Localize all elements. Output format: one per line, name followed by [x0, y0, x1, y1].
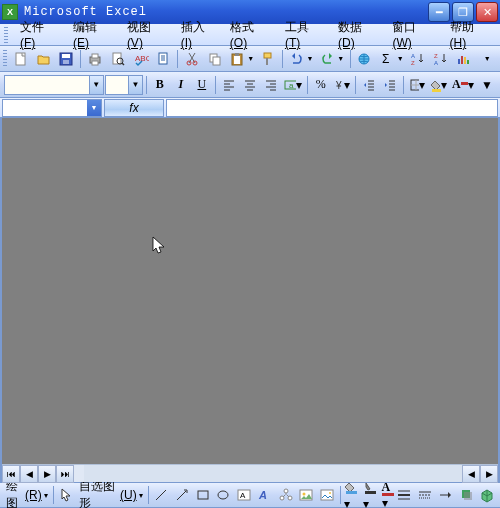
- hscroll-right-icon[interactable]: ▶: [480, 465, 498, 483]
- wordart-icon[interactable]: A: [255, 484, 275, 506]
- drawing-toolbar: 绘图(R)▾ 自选图形(U)▾ A A ▾ ▾ A▾: [0, 482, 500, 508]
- underline-button[interactable]: U: [192, 75, 212, 95]
- font-size-dropdown-icon[interactable]: ▼: [128, 76, 142, 94]
- align-right-icon[interactable]: [261, 75, 281, 95]
- menu-help[interactable]: 帮助(H): [444, 17, 496, 52]
- fmtbar-options-icon[interactable]: ▼: [477, 75, 497, 95]
- new-doc-icon[interactable]: [10, 48, 32, 70]
- formula-input[interactable]: [166, 99, 498, 117]
- formatting-toolbar: ▼ ▼ B I U a▾ % ¥▾ ▾ ▾ A▾ ▼: [0, 72, 500, 98]
- svg-text:A: A: [411, 53, 415, 59]
- svg-point-46: [303, 493, 306, 496]
- hyperlink-icon[interactable]: [354, 48, 376, 70]
- research-icon[interactable]: [153, 48, 175, 70]
- percent-button[interactable]: %: [311, 75, 331, 95]
- fill-color-draw-icon[interactable]: ▾: [344, 480, 362, 509]
- prev-sheet-icon[interactable]: ◀: [20, 465, 38, 483]
- textbox-icon[interactable]: A: [234, 484, 254, 506]
- menu-window[interactable]: 窗口(W): [386, 17, 441, 52]
- chart-wizard-icon[interactable]: [453, 48, 475, 70]
- 3d-style-icon[interactable]: [477, 484, 497, 506]
- hscroll-left-icon[interactable]: ◀: [462, 465, 480, 483]
- next-sheet-icon[interactable]: ▶: [38, 465, 56, 483]
- name-box-dropdown-icon[interactable]: ▼: [87, 100, 101, 116]
- menu-file[interactable]: 文件(F): [14, 17, 65, 52]
- line-icon[interactable]: [152, 484, 172, 506]
- menu-format[interactable]: 格式(O): [224, 17, 277, 52]
- italic-button[interactable]: I: [171, 75, 191, 95]
- svg-point-38: [218, 491, 228, 499]
- font-name-dropdown-icon[interactable]: ▼: [89, 76, 103, 94]
- toolbar-options-icon[interactable]: ▼: [475, 48, 497, 70]
- oval-icon[interactable]: [214, 484, 234, 506]
- borders-icon[interactable]: ▾: [407, 75, 428, 95]
- fx-button[interactable]: fx: [104, 99, 164, 117]
- svg-rect-15: [213, 57, 220, 65]
- sort-asc-icon[interactable]: AZ: [407, 48, 429, 70]
- align-center-icon[interactable]: [240, 75, 260, 95]
- rectangle-icon[interactable]: [193, 484, 213, 506]
- increase-indent-icon[interactable]: [380, 75, 400, 95]
- menu-bar: 文件(F) 编辑(E) 视图(V) 插入(I) 格式(O) 工具(T) 数据(D…: [0, 24, 500, 46]
- copy-icon[interactable]: [204, 48, 226, 70]
- redo-icon[interactable]: ▼: [317, 48, 347, 70]
- undo-icon[interactable]: ▼: [286, 48, 316, 70]
- merge-center-icon[interactable]: a▾: [282, 75, 304, 95]
- font-color-icon[interactable]: A▾: [450, 75, 476, 95]
- svg-point-48: [329, 492, 331, 494]
- svg-text:A: A: [240, 491, 246, 500]
- line-color-icon[interactable]: ▾: [363, 480, 381, 509]
- toolbar-grip[interactable]: [3, 50, 7, 68]
- font-size-combo[interactable]: ▼: [105, 75, 143, 95]
- font-name-combo[interactable]: ▼: [4, 75, 104, 95]
- name-box[interactable]: ▼: [2, 99, 102, 117]
- menu-data[interactable]: 数据(D): [332, 17, 384, 52]
- svg-line-9: [122, 63, 124, 65]
- sort-desc-icon[interactable]: ZA: [430, 48, 452, 70]
- print-icon[interactable]: [84, 48, 106, 70]
- dash-style-icon[interactable]: [415, 484, 435, 506]
- svg-rect-19: [264, 53, 271, 58]
- svg-rect-27: [461, 56, 463, 64]
- font-color-draw-icon[interactable]: A▾: [382, 480, 394, 508]
- select-objects-icon[interactable]: [57, 484, 77, 506]
- first-sheet-icon[interactable]: ⏮: [2, 465, 20, 483]
- svg-rect-37: [198, 491, 208, 499]
- autosum-icon[interactable]: Σ▼: [376, 48, 406, 70]
- svg-line-35: [156, 490, 166, 500]
- spelling-icon[interactable]: ABC: [130, 48, 152, 70]
- menubar-grip[interactable]: [4, 27, 8, 43]
- last-sheet-icon[interactable]: ⏭: [56, 465, 74, 483]
- menu-edit[interactable]: 编辑(E): [67, 17, 119, 52]
- align-left-icon[interactable]: [219, 75, 239, 95]
- mouse-cursor-icon: [152, 236, 168, 260]
- bold-button[interactable]: B: [150, 75, 170, 95]
- fill-color-icon[interactable]: ▾: [428, 75, 449, 95]
- insert-picture-icon[interactable]: [317, 484, 337, 506]
- diagram-icon[interactable]: [276, 484, 296, 506]
- line-style-icon[interactable]: [395, 484, 415, 506]
- arrow-icon[interactable]: [172, 484, 192, 506]
- paste-icon[interactable]: ▼: [227, 48, 257, 70]
- cut-icon[interactable]: [181, 48, 203, 70]
- menu-view[interactable]: 视图(V): [121, 17, 173, 52]
- autoshapes-button[interactable]: 自选图形(U)▾: [77, 478, 144, 508]
- save-icon[interactable]: [55, 48, 77, 70]
- arrow-style-icon[interactable]: [436, 484, 456, 506]
- open-icon[interactable]: [33, 48, 55, 70]
- standard-toolbar: ABC ▼ ▼ ▼ Σ▼ AZ ZA ▼: [0, 46, 500, 72]
- svg-rect-34: [432, 89, 441, 92]
- svg-text:A: A: [258, 489, 267, 501]
- svg-rect-6: [92, 61, 98, 65]
- decrease-indent-icon[interactable]: [359, 75, 379, 95]
- currency-icon[interactable]: ¥▾: [332, 75, 353, 95]
- hscroll-track[interactable]: [84, 465, 462, 482]
- shadow-style-icon[interactable]: [457, 484, 477, 506]
- menu-insert[interactable]: 插入(I): [175, 17, 222, 52]
- svg-rect-28: [464, 57, 466, 64]
- menu-tools[interactable]: 工具(T): [279, 17, 330, 52]
- print-preview-icon[interactable]: [107, 48, 129, 70]
- formula-bar: ▼ fx: [0, 98, 500, 118]
- format-painter-icon[interactable]: [257, 48, 279, 70]
- clipart-icon[interactable]: [296, 484, 316, 506]
